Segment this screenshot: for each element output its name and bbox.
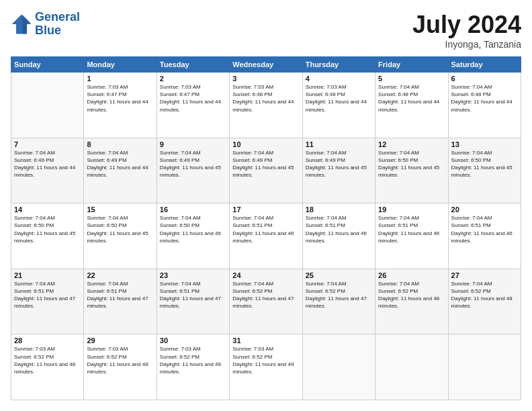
day-info: Sunrise: 7:03 AMSunset: 6:52 PMDaylight:… (14, 345, 81, 375)
calendar-cell (448, 334, 521, 400)
day-info: Sunrise: 7:03 AMSunset: 6:52 PMDaylight:… (232, 345, 299, 375)
calendar-cell: 24Sunrise: 7:04 AMSunset: 6:52 PMDayligh… (230, 269, 302, 334)
header-thursday: Thursday (302, 57, 375, 73)
day-number: 6 (451, 75, 518, 83)
day-number: 28 (14, 336, 81, 345)
calendar-cell: 18Sunrise: 7:04 AMSunset: 6:51 PMDayligh… (302, 203, 375, 269)
calendar-cell: 7Sunrise: 7:04 AMSunset: 6:49 PMDaylight… (11, 138, 84, 203)
logo-blue: Blue (35, 24, 61, 37)
day-info: Sunrise: 7:04 AMSunset: 6:51 PMDaylight:… (14, 280, 81, 310)
calendar-cell: 29Sunrise: 7:03 AMSunset: 6:52 PMDayligh… (84, 334, 157, 400)
day-info: Sunrise: 7:03 AMSunset: 6:52 PMDaylight:… (87, 345, 153, 375)
calendar-row: 28Sunrise: 7:03 AMSunset: 6:52 PMDayligh… (11, 334, 521, 400)
calendar-cell: 8Sunrise: 7:04 AMSunset: 6:49 PMDaylight… (84, 138, 157, 203)
day-info: Sunrise: 7:04 AMSunset: 6:48 PMDaylight:… (378, 83, 445, 113)
calendar-cell: 23Sunrise: 7:04 AMSunset: 6:51 PMDayligh… (157, 269, 229, 334)
day-number: 26 (378, 271, 445, 279)
header-saturday: Saturday (448, 57, 521, 73)
calendar-cell: 26Sunrise: 7:04 AMSunset: 6:52 PMDayligh… (375, 269, 448, 334)
day-number: 30 (160, 336, 226, 345)
day-number: 15 (87, 205, 153, 214)
calendar-row: 14Sunrise: 7:04 AMSunset: 6:50 PMDayligh… (11, 203, 521, 269)
day-info: Sunrise: 7:03 AMSunset: 6:47 PMDaylight:… (160, 83, 226, 113)
calendar-cell: 28Sunrise: 7:03 AMSunset: 6:52 PMDayligh… (11, 334, 84, 400)
calendar-table: Sunday Monday Tuesday Wednesday Thursday… (11, 56, 521, 400)
calendar-cell: 2Sunrise: 7:03 AMSunset: 6:47 PMDaylight… (157, 73, 229, 138)
header-wednesday: Wednesday (230, 57, 302, 73)
day-info: Sunrise: 7:04 AMSunset: 6:51 PMDaylight:… (378, 214, 445, 244)
month-title: July 2024 (412, 11, 521, 39)
day-number: 16 (160, 205, 226, 214)
calendar-row: 1Sunrise: 7:03 AMSunset: 6:47 PMDaylight… (11, 73, 521, 138)
day-info: Sunrise: 7:04 AMSunset: 6:51 PMDaylight:… (306, 214, 372, 244)
calendar-cell: 25Sunrise: 7:04 AMSunset: 6:52 PMDayligh… (302, 269, 375, 334)
day-info: Sunrise: 7:04 AMSunset: 6:52 PMDaylight:… (451, 280, 518, 310)
calendar-cell: 21Sunrise: 7:04 AMSunset: 6:51 PMDayligh… (11, 269, 84, 334)
day-info: Sunrise: 7:04 AMSunset: 6:49 PMDaylight:… (14, 149, 81, 179)
calendar-cell: 22Sunrise: 7:04 AMSunset: 6:51 PMDayligh… (84, 269, 157, 334)
day-info: Sunrise: 7:04 AMSunset: 6:50 PMDaylight:… (14, 214, 81, 244)
day-info: Sunrise: 7:04 AMSunset: 6:51 PMDaylight:… (160, 280, 226, 310)
day-info: Sunrise: 7:03 AMSunset: 6:48 PMDaylight:… (232, 83, 299, 113)
day-info: Sunrise: 7:04 AMSunset: 6:49 PMDaylight:… (306, 149, 372, 179)
calendar-cell: 13Sunrise: 7:04 AMSunset: 6:50 PMDayligh… (448, 138, 521, 203)
day-number: 12 (378, 140, 445, 148)
day-info: Sunrise: 7:04 AMSunset: 6:50 PMDaylight:… (451, 149, 518, 179)
calendar-cell: 5Sunrise: 7:04 AMSunset: 6:48 PMDaylight… (375, 73, 448, 138)
calendar-cell: 16Sunrise: 7:04 AMSunset: 6:50 PMDayligh… (157, 203, 229, 269)
day-number: 5 (378, 75, 445, 83)
day-number: 31 (232, 336, 299, 345)
calendar-cell (11, 73, 84, 138)
calendar-cell: 12Sunrise: 7:04 AMSunset: 6:50 PMDayligh… (375, 138, 448, 203)
calendar-cell: 15Sunrise: 7:04 AMSunset: 6:50 PMDayligh… (84, 203, 157, 269)
day-number: 21 (14, 271, 81, 279)
day-number: 17 (232, 205, 299, 214)
day-info: Sunrise: 7:04 AMSunset: 6:51 PMDaylight:… (451, 214, 518, 244)
day-number: 14 (14, 205, 81, 214)
calendar-cell: 11Sunrise: 7:04 AMSunset: 6:49 PMDayligh… (302, 138, 375, 203)
header-monday: Monday (84, 57, 157, 73)
day-number: 22 (87, 271, 153, 279)
header: General Blue July 2024 Inyonga, Tanzania (11, 11, 521, 50)
calendar-cell: 9Sunrise: 7:04 AMSunset: 6:49 PMDaylight… (157, 138, 229, 203)
calendar-row: 7Sunrise: 7:04 AMSunset: 6:49 PMDaylight… (11, 138, 521, 203)
day-number: 1 (87, 75, 153, 83)
day-number: 24 (232, 271, 299, 279)
day-number: 4 (306, 75, 372, 83)
title-block: July 2024 Inyonga, Tanzania (412, 11, 521, 50)
logo: General Blue (11, 11, 80, 38)
calendar-cell: 27Sunrise: 7:04 AMSunset: 6:52 PMDayligh… (448, 269, 521, 334)
day-info: Sunrise: 7:04 AMSunset: 6:48 PMDaylight:… (451, 83, 518, 113)
calendar-cell: 30Sunrise: 7:03 AMSunset: 6:52 PMDayligh… (157, 334, 229, 400)
day-number: 23 (160, 271, 226, 279)
calendar-cell: 4Sunrise: 7:03 AMSunset: 6:48 PMDaylight… (302, 73, 375, 138)
day-info: Sunrise: 7:04 AMSunset: 6:50 PMDaylight:… (87, 214, 153, 244)
calendar-cell: 6Sunrise: 7:04 AMSunset: 6:48 PMDaylight… (448, 73, 521, 138)
day-number: 19 (378, 205, 445, 214)
day-info: Sunrise: 7:04 AMSunset: 6:50 PMDaylight:… (378, 149, 445, 179)
day-number: 29 (87, 336, 153, 345)
day-number: 10 (232, 140, 299, 148)
day-number: 3 (232, 75, 299, 83)
day-info: Sunrise: 7:04 AMSunset: 6:52 PMDaylight:… (378, 280, 445, 310)
header-tuesday: Tuesday (157, 57, 229, 73)
day-info: Sunrise: 7:04 AMSunset: 6:49 PMDaylight:… (87, 149, 153, 179)
calendar-cell: 31Sunrise: 7:03 AMSunset: 6:52 PMDayligh… (230, 334, 302, 400)
day-number: 9 (160, 140, 226, 148)
calendar-row: 21Sunrise: 7:04 AMSunset: 6:51 PMDayligh… (11, 269, 521, 334)
day-info: Sunrise: 7:03 AMSunset: 6:52 PMDaylight:… (160, 345, 226, 375)
day-info: Sunrise: 7:03 AMSunset: 6:47 PMDaylight:… (87, 83, 153, 113)
calendar-cell: 1Sunrise: 7:03 AMSunset: 6:47 PMDaylight… (84, 73, 157, 138)
location: Inyonga, Tanzania (412, 39, 521, 50)
day-number: 18 (306, 205, 372, 214)
day-info: Sunrise: 7:04 AMSunset: 6:52 PMDaylight:… (306, 280, 372, 310)
day-info: Sunrise: 7:04 AMSunset: 6:52 PMDaylight:… (232, 280, 299, 310)
logo-text: General Blue (35, 11, 80, 38)
calendar-cell: 17Sunrise: 7:04 AMSunset: 6:51 PMDayligh… (230, 203, 302, 269)
day-number: 2 (160, 75, 226, 83)
calendar-cell: 3Sunrise: 7:03 AMSunset: 6:48 PMDaylight… (230, 73, 302, 138)
logo-general: General (35, 10, 80, 24)
page: General Blue July 2024 Inyonga, Tanzania… (0, 0, 532, 411)
header-friday: Friday (375, 57, 448, 73)
day-number: 13 (451, 140, 518, 148)
